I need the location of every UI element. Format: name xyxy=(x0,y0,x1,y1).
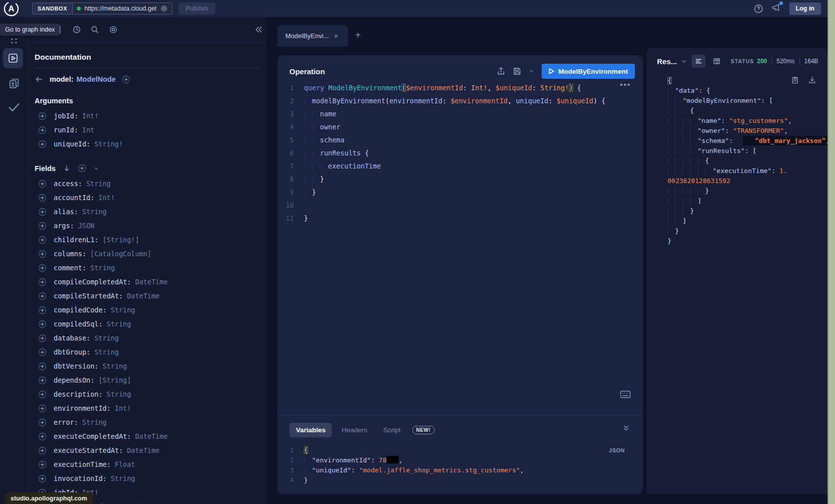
add-to-operation-icon[interactable] xyxy=(38,390,47,399)
run-operation-button[interactable]: ModelByEnvironment xyxy=(542,64,635,79)
add-to-operation-icon[interactable] xyxy=(38,362,47,371)
operation-panel: Operation ModelByEnvironment ••• 1query … xyxy=(277,55,643,494)
add-to-operation-icon[interactable] xyxy=(38,208,47,216)
explorer-settings-gear-icon[interactable] xyxy=(109,25,118,34)
code-token: : xyxy=(771,167,779,175)
indent-guide xyxy=(312,177,320,184)
indent-guide xyxy=(304,163,312,171)
share-icon[interactable] xyxy=(496,67,506,76)
field-type: DateTime xyxy=(135,278,168,286)
variables-editor[interactable]: 1{2"environmentId": 78,3"uniqueId": "mod… xyxy=(277,445,643,485)
save-chevron-icon[interactable] xyxy=(529,68,535,74)
add-to-operation-icon[interactable] xyxy=(38,112,47,120)
indent-guide xyxy=(690,128,698,134)
add-to-operation-icon[interactable] xyxy=(38,348,47,357)
fields-menu-chevron-icon[interactable] xyxy=(93,165,99,172)
endpoint-url-box[interactable]: https://metadata.cloud.get xyxy=(72,3,173,15)
add-to-operation-icon[interactable] xyxy=(38,236,47,244)
format-table-toggle[interactable] xyxy=(710,55,724,68)
line-number: 11 xyxy=(277,212,300,225)
code-token: query xyxy=(304,84,328,92)
checklist-nav-icon[interactable] xyxy=(7,101,21,113)
field-type: String xyxy=(111,306,135,314)
add-to-operation-icon[interactable] xyxy=(38,306,47,314)
doc-field-item: executionTime:Float xyxy=(35,457,259,471)
history-icon[interactable] xyxy=(72,25,81,34)
response-chevron-icon[interactable] xyxy=(681,58,688,65)
add-to-operation-icon[interactable] xyxy=(38,278,47,286)
publish-button[interactable]: Publish xyxy=(179,3,215,15)
tab-variables[interactable]: Variables xyxy=(289,423,332,437)
add-to-operation-icon[interactable] xyxy=(38,264,47,272)
add-to-operation-icon[interactable] xyxy=(38,126,47,134)
add-to-operation-icon[interactable] xyxy=(38,432,47,441)
code-line: "schema": “dbt_mary_jackson”, xyxy=(664,136,822,146)
connection-status-dot xyxy=(77,7,81,11)
save-icon[interactable] xyxy=(513,67,522,76)
indent-guide xyxy=(675,188,683,195)
response-json-viewer: {"data": {"modelByEnvironment": [{"name"… xyxy=(664,76,822,246)
indent-guide xyxy=(304,467,312,474)
format-text-toggle[interactable] xyxy=(692,55,706,68)
response-title[interactable]: Res... xyxy=(657,57,677,66)
add-to-operation-icon[interactable] xyxy=(38,376,47,385)
add-to-operation-icon[interactable] xyxy=(38,460,47,469)
tab-close-icon[interactable]: × xyxy=(334,32,339,40)
help-icon[interactable] xyxy=(754,4,763,14)
indent-guide xyxy=(667,198,675,205)
explorer-nav-item[interactable] xyxy=(3,48,23,68)
tab-script[interactable]: Script xyxy=(377,423,407,437)
search-icon[interactable] xyxy=(90,25,99,34)
endpoint-settings-gear-icon[interactable] xyxy=(160,5,168,13)
add-to-operation-icon[interactable] xyxy=(38,250,47,258)
code-token: name xyxy=(320,110,337,118)
endpoint-url-text[interactable]: https://metadata.cloud.get xyxy=(84,5,156,12)
add-to-operation-icon[interactable] xyxy=(38,474,47,483)
doc-field-item: args:JSON xyxy=(35,219,259,233)
new-tab-button[interactable]: + xyxy=(355,30,361,40)
field-type: Int! xyxy=(115,404,131,412)
graph-index-dots-icon[interactable] xyxy=(9,37,19,44)
field-type: Int! xyxy=(82,112,99,120)
indent-guide xyxy=(667,118,675,124)
operation-code-editor[interactable]: 1query ModelByEnvironment($environmentId… xyxy=(277,81,643,225)
add-to-operation-icon[interactable] xyxy=(38,140,47,148)
indent-guide xyxy=(312,137,320,144)
keyboard-shortcuts-icon[interactable] xyxy=(620,390,631,399)
code-line: 5schema xyxy=(277,133,643,146)
operation-tab[interactable]: ModelByEnvi... × xyxy=(277,25,348,47)
add-all-fields-icon[interactable] xyxy=(122,75,130,84)
add-to-operation-icon[interactable] xyxy=(38,320,47,328)
indent-guide xyxy=(304,111,312,118)
format-lines-icon xyxy=(695,57,703,65)
add-to-operation-icon[interactable] xyxy=(38,222,47,230)
add-to-operation-icon[interactable] xyxy=(38,446,47,455)
tab-headers[interactable]: Headers xyxy=(335,423,374,437)
login-button[interactable]: Log in xyxy=(789,3,821,15)
indent-guide xyxy=(683,188,690,195)
sort-fields-icon[interactable] xyxy=(63,164,71,173)
collapse-panel-icon[interactable] xyxy=(254,25,263,34)
indent-guide xyxy=(690,138,698,144)
collapse-variables-icon[interactable] xyxy=(622,424,630,432)
indent-guide xyxy=(312,124,320,131)
add-fields-icon[interactable] xyxy=(78,164,86,173)
doc-field-item: invocationId:String xyxy=(35,471,259,485)
doc-type-name[interactable]: ModelNode xyxy=(77,75,116,83)
add-to-operation-icon[interactable] xyxy=(38,180,47,188)
add-to-operation-icon[interactable] xyxy=(38,404,47,413)
indent-guide xyxy=(690,148,698,154)
back-arrow-icon[interactable] xyxy=(35,75,44,84)
doc-field-item: compileCompletedAt:DateTime xyxy=(35,275,259,289)
add-to-operation-icon[interactable] xyxy=(38,334,47,343)
schema-nav-icon[interactable] xyxy=(8,77,21,90)
new-badge: NEW! xyxy=(412,426,435,434)
add-to-operation-icon[interactable] xyxy=(38,194,47,202)
add-to-operation-icon[interactable] xyxy=(38,292,47,300)
indent-guide xyxy=(675,138,683,144)
add-to-operation-icon[interactable] xyxy=(38,418,47,427)
code-line: "modelByEnvironment": [ xyxy=(664,96,822,106)
apollo-logo[interactable]: A xyxy=(3,1,20,17)
doc-toolbar xyxy=(29,17,266,43)
fields-list: access:StringaccountId:Int!alias:Stringa… xyxy=(35,177,259,504)
